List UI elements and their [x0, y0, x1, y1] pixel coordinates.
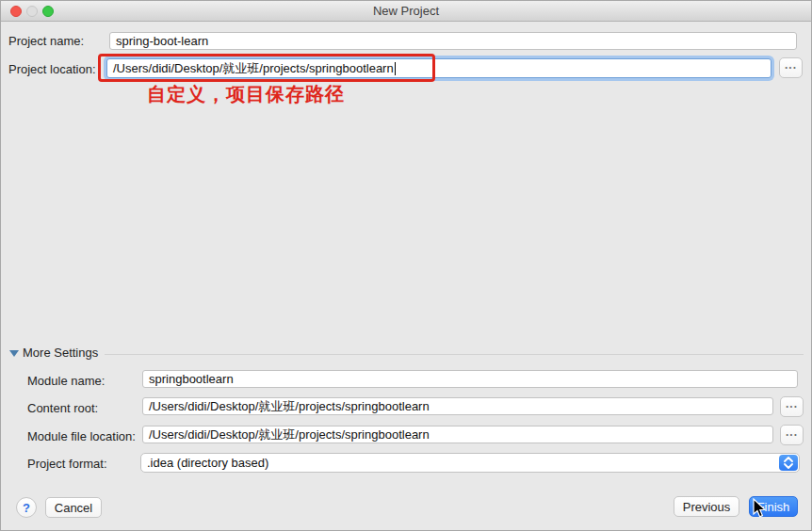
finish-button[interactable]: Finish	[749, 496, 798, 517]
module-file-location-label: Module file location:	[27, 429, 136, 443]
window-title: New Project	[1, 1, 811, 22]
project-format-label: Project format:	[27, 457, 107, 471]
module-name-value: springbootlearn	[149, 372, 234, 386]
more-settings-header[interactable]: More Settings	[23, 346, 98, 360]
content-root-browse-button[interactable]: ...	[780, 396, 804, 417]
project-location-value: /Users/didi/Desktop/就业班/projects/springb…	[113, 60, 394, 77]
section-divider	[105, 354, 804, 355]
content-root-value: /Users/didi/Desktop/就业班/projects/springb…	[149, 398, 430, 415]
popup-stepper-icon[interactable]	[779, 455, 798, 471]
module-file-location-browse-button[interactable]: ...	[780, 425, 804, 445]
new-project-dialog: New Project Project name: spring-boot-le…	[0, 0, 812, 531]
chevron-down-icon	[784, 463, 793, 469]
module-name-label: Module name:	[27, 374, 105, 388]
project-name-label: Project name:	[8, 34, 84, 48]
annotation-text: 自定义，项目保存路径	[147, 82, 345, 107]
content-root-label: Content root:	[27, 401, 98, 415]
chevron-up-icon	[784, 457, 793, 462]
module-name-input[interactable]: springbootlearn	[142, 370, 798, 388]
project-location-input[interactable]: /Users/didi/Desktop/就业班/projects/springb…	[106, 58, 771, 78]
module-file-location-input[interactable]: /Users/didi/Desktop/就业班/projects/springb…	[142, 426, 773, 443]
project-location-browse-button[interactable]: ...	[779, 57, 803, 78]
project-format-select[interactable]: .idea (directory based)	[140, 453, 800, 473]
project-name-input[interactable]: spring-boot-learn	[109, 32, 797, 50]
titlebar: New Project	[1, 1, 811, 22]
module-file-location-value: /Users/didi/Desktop/就业班/projects/springb…	[149, 426, 430, 443]
project-format-value: .idea (directory based)	[147, 456, 268, 470]
help-button[interactable]: ?	[16, 497, 37, 518]
previous-button[interactable]: Previous	[674, 496, 739, 517]
content-root-input[interactable]: /Users/didi/Desktop/就业班/projects/springb…	[142, 397, 773, 415]
cancel-button[interactable]: Cancel	[45, 497, 102, 518]
disclosure-triangle-icon[interactable]	[9, 350, 19, 357]
project-name-value: spring-boot-learn	[116, 34, 208, 48]
project-location-label: Project location:	[8, 62, 96, 76]
text-caret	[395, 62, 396, 75]
